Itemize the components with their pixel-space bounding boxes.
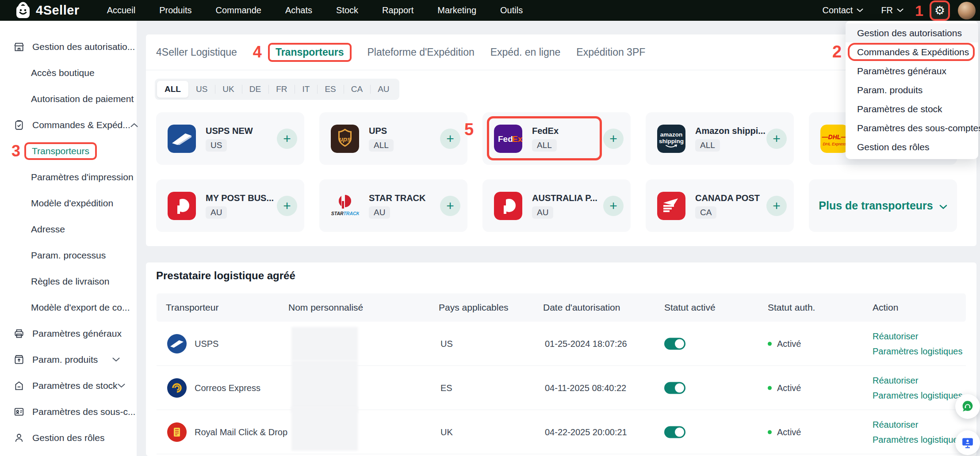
contact-label: Contact xyxy=(822,5,853,15)
usps-round-logo-icon xyxy=(167,334,187,353)
settings-menu-item-gestion-des-autorisations[interactable]: Gestion des autorisations xyxy=(846,23,978,42)
add-carrier-button[interactable]: + xyxy=(440,196,460,216)
sidebar-item-label: Autorisation de paiement xyxy=(31,94,134,104)
sidebar-item-label: Param. processus xyxy=(31,250,106,261)
nav-item-accueil[interactable]: Accueil xyxy=(107,5,135,15)
language-selector[interactable]: FR xyxy=(881,5,903,15)
applicable-country: ES xyxy=(440,383,452,393)
sidebar-item-param-processus[interactable]: Param. processus xyxy=(0,242,137,268)
chevron-down-icon xyxy=(118,384,125,388)
monitor-icon xyxy=(961,436,974,449)
country-filter-ca[interactable]: CA xyxy=(344,81,370,98)
settings-menu-item-param-tres-des-sous-comptes[interactable]: Paramètres des sous-comptes xyxy=(846,118,978,137)
table-title: Prestataire logistique agréé xyxy=(156,270,295,282)
sidebar-item-gestion-des-autorisatio[interactable]: Gestion des autorisatio... xyxy=(0,34,137,60)
sidebar-item-param-tres-g-n-raux[interactable]: Paramètres généraux xyxy=(0,320,137,346)
nav-item-rapport[interactable]: Rapport xyxy=(382,5,413,15)
sidebar-item-mod-le-d-export-de-co[interactable]: Modèle d'export de co... xyxy=(0,294,137,320)
carrier-card-ups[interactable]: upsUPSALL+ xyxy=(319,112,467,165)
sidebar-item-param-tres-de-stock[interactable]: Paramètres de stock xyxy=(0,372,137,399)
settings-menu-item-commandes-exp-ditions[interactable]: Commandes & Expéditions xyxy=(846,42,978,61)
nav-item-marketing[interactable]: Marketing xyxy=(437,5,476,15)
sidebar-item-acc-s-boutique[interactable]: Accès boutique xyxy=(0,60,137,86)
carrier-card-usps-new[interactable]: USPS NEWUS+ xyxy=(156,112,304,165)
add-carrier-button[interactable]: + xyxy=(603,129,624,149)
sidebar-item-adresse[interactable]: Adresse xyxy=(0,216,137,242)
tab-4seller-logistique[interactable]: 4Seller Logistique xyxy=(156,46,237,58)
sidebar-item-param-tres-d-impression[interactable]: Paramètres d'impression xyxy=(0,164,137,190)
sidebar-item-gestion-des-r-les[interactable]: Gestion des rôles xyxy=(0,425,137,451)
action-link-param-tres-logistiques[interactable]: Paramètres logistiques xyxy=(873,390,962,400)
settings-menu-item-param-tres-de-stock[interactable]: Paramètres de stock xyxy=(846,99,978,118)
nav-item-achats[interactable]: Achats xyxy=(285,5,312,15)
country-filter-it[interactable]: IT xyxy=(295,81,317,98)
annotation-step-4: 4 xyxy=(253,44,262,60)
carrier-name: USPS NEW xyxy=(206,126,253,136)
carrier-card-amazon-shippi[interactable]: amazonshippingAmazon shippi...ALL+ xyxy=(646,112,794,165)
country-filter-uk[interactable]: UK xyxy=(215,81,241,98)
action-link-r-autoriser[interactable]: Réautoriser xyxy=(873,419,962,429)
country-filter-es[interactable]: ES xyxy=(317,81,343,98)
user-avatar[interactable] xyxy=(958,2,976,19)
country-filter-de[interactable]: DE xyxy=(242,81,268,98)
sidebar-item-label: Règles de livraison xyxy=(31,276,109,287)
demo-video-button[interactable] xyxy=(955,430,980,455)
auth-status-label: Activé xyxy=(777,383,801,393)
carrier-card-australia-p[interactable]: AUSTRALIA P...AU+ xyxy=(482,179,631,232)
sidebar-item-param-tres-des-sous-c[interactable]: Paramètres des sous-c... xyxy=(0,399,137,425)
more-carriers-card[interactable]: Plus de transporteurs xyxy=(809,179,957,232)
add-carrier-button[interactable]: + xyxy=(766,196,787,216)
tab-transporteurs[interactable]: Transporteurs xyxy=(276,46,344,58)
sidebar-item-mod-le-d-exp-dition[interactable]: Modèle d'expédition xyxy=(0,190,137,216)
sidebar-item-param-produits[interactable]: Param. produits xyxy=(0,346,137,372)
sidebar-item-commandes-exp-d[interactable]: Commandes & Expéd... xyxy=(0,112,137,138)
redacted-custom-name xyxy=(291,327,358,361)
country-filter-all[interactable]: ALL xyxy=(157,81,188,98)
live-chat-button[interactable] xyxy=(955,394,980,419)
nav-item-stock[interactable]: Stock xyxy=(336,5,358,15)
svg-text:Ex: Ex xyxy=(512,134,522,144)
sidebar-item-r-gles-de-livraison[interactable]: Règles de livraison xyxy=(0,268,137,294)
contact-menu[interactable]: Contact xyxy=(822,5,863,15)
add-carrier-button[interactable]: + xyxy=(277,129,297,149)
carrier-name: USPS xyxy=(195,338,218,349)
settings-gear-button[interactable]: ⚙ xyxy=(930,0,950,21)
carrier-name: MY POST BUS... xyxy=(206,193,274,203)
status-dot xyxy=(768,342,772,346)
settings-menu-item-gestion-des-r-les[interactable]: Gestion des rôles xyxy=(846,137,978,156)
carrier-card-canada-post[interactable]: CANADA POSTCA+ xyxy=(646,179,794,232)
nav-item-produits[interactable]: Produits xyxy=(159,5,191,15)
sidebar-item-autorisation-de-paiement[interactable]: Autorisation de paiement xyxy=(0,86,137,112)
carrier-card-fedex[interactable]: FedExFedExALL+ xyxy=(482,112,631,165)
tab-exp-dition-3pf[interactable]: Expédition 3PF xyxy=(576,46,645,58)
add-carrier-button[interactable]: + xyxy=(277,196,297,216)
authorization-date: 04-22-2025 20:00:21 xyxy=(545,427,627,437)
add-carrier-button[interactable]: + xyxy=(440,129,460,149)
action-link-param-tres-logistiques[interactable]: Paramètres logistiques xyxy=(873,434,962,445)
action-link-r-autoriser[interactable]: Réautoriser xyxy=(873,375,962,385)
authorization-date: 01-25-2024 18:07:26 xyxy=(545,338,627,349)
country-filter-us[interactable]: US xyxy=(188,81,215,98)
tab-exp-d-en-ligne[interactable]: Expéd. en ligne xyxy=(490,46,561,58)
nav-item-outils[interactable]: Outils xyxy=(500,5,523,15)
country-filter-au[interactable]: AU xyxy=(370,81,397,98)
settings-menu-item-param-tres-g-n-raux[interactable]: Paramètres généraux xyxy=(846,61,978,80)
settings-menu-item-param-produits[interactable]: Param. produits xyxy=(846,80,978,99)
add-carrier-button[interactable]: + xyxy=(603,196,624,216)
carrier-card-my-post-bus[interactable]: MY POST BUS...AU+ xyxy=(156,179,304,232)
action-link-r-autoriser[interactable]: Réautoriser xyxy=(873,331,962,341)
table-row-royal-mail-click-drop: Royal Mail Click & DropUK04-22-2025 20:0… xyxy=(157,410,966,454)
carrier-card-star-track[interactable]: STARTRACKSTAR TRACKAU+ xyxy=(319,179,467,232)
applicable-country: US xyxy=(440,338,453,349)
brand-logo[interactable]: 4Seller xyxy=(15,2,80,19)
svg-text:amazon: amazon xyxy=(660,131,682,138)
enabled-status-toggle[interactable] xyxy=(664,382,685,394)
sidebar-item-transporteurs[interactable]: 3Transporteurs xyxy=(0,138,137,164)
enabled-status-toggle[interactable] xyxy=(664,338,685,350)
enabled-status-toggle[interactable] xyxy=(664,426,685,438)
nav-item-commande[interactable]: Commande xyxy=(216,5,261,15)
tab-plateforme-d-exp-dition[interactable]: Plateforme d'Expédition xyxy=(368,46,475,58)
add-carrier-button[interactable]: + xyxy=(766,129,787,149)
action-link-param-tres-logistiques[interactable]: Paramètres logistiques xyxy=(873,346,962,356)
country-filter-fr[interactable]: FR xyxy=(268,81,295,98)
